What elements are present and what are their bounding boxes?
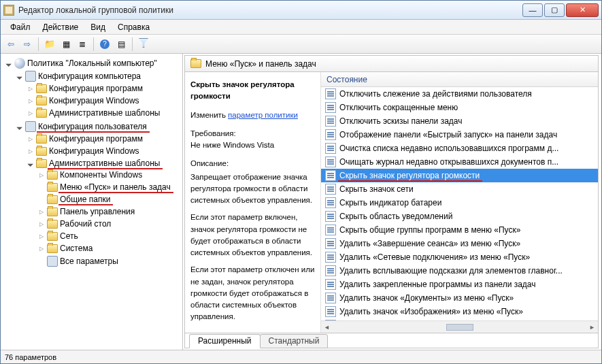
tree-item[interactable]: Все параметры [36, 255, 182, 267]
tree-label: Конфигурация программ [49, 84, 143, 93]
policy-item[interactable]: Удалить «Завершение сеанса» из меню «Пус… [321, 237, 598, 250]
expand-icon[interactable] [27, 97, 34, 105]
policy-item[interactable]: Очищать журнал недавно открывавшихся док… [321, 155, 598, 169]
view-list-button[interactable] [75, 37, 90, 52]
tree-user-configuration[interactable]: Конфигурация пользователя [14, 120, 182, 133]
policy-item-label: Удалить значок «Документы» из меню «Пуск… [339, 293, 514, 303]
title-bar: Редактор локальной групповой политики ― … [1, 1, 601, 20]
tree-item[interactable]: Конфигурация программ [25, 133, 182, 144]
tree-item[interactable]: Панель управления [36, 206, 182, 217]
properties-button[interactable] [114, 37, 129, 52]
policy-item[interactable]: Скрыть значок регулятора громкости [321, 169, 598, 182]
tree-label: Общие папки [60, 195, 110, 204]
edit-policy-link[interactable]: параметр политики [228, 111, 298, 119]
policy-item[interactable]: Очистка списка недавно использовавшихся … [321, 142, 598, 155]
up-button[interactable] [42, 37, 57, 52]
policy-icon [325, 184, 336, 195]
expand-icon[interactable] [37, 171, 45, 179]
policy-icon [14, 58, 25, 69]
horizontal-scrollbar[interactable] [321, 320, 598, 333]
expand-icon[interactable] [27, 160, 34, 167]
tab-standard[interactable]: Стандартный [260, 334, 329, 348]
policy-item[interactable]: Скрыть значок сети [321, 182, 598, 196]
policy-icon [325, 279, 336, 290]
close-button[interactable]: ✕ [566, 3, 599, 17]
policy-item[interactable]: Удалить значок «Изображения» из меню «Пу… [321, 305, 598, 318]
folder-icon [47, 232, 58, 241]
policy-item[interactable]: Отключить эскизы панели задач [321, 114, 598, 128]
tree-root[interactable]: Политика "Локальный компьютер" [3, 57, 182, 69]
policy-item-label: Очистка списка недавно использовавшихся … [339, 144, 558, 153]
panel-title: Меню «Пуск» и панель задач [205, 59, 316, 69]
expand-icon[interactable] [27, 148, 34, 155]
back-button[interactable] [3, 37, 18, 52]
toolbar-separator [38, 37, 39, 51]
policy-icon [325, 116, 336, 127]
tree-item[interactable]: Общие папки [36, 194, 182, 205]
tree-item[interactable]: Сеть [36, 231, 182, 242]
toolbar-separator [93, 37, 94, 51]
expand-icon[interactable] [16, 73, 23, 80]
tree-item[interactable]: Рабочий стол [36, 218, 182, 229]
filter-button[interactable] [136, 37, 151, 52]
expand-icon[interactable] [27, 135, 34, 143]
expand-icon[interactable] [27, 110, 34, 117]
menu-action[interactable]: Действие [37, 21, 84, 33]
tree-item[interactable]: Конфигурация Windows [25, 146, 182, 156]
expand-icon[interactable] [37, 220, 45, 228]
policy-item[interactable]: Скрыть общие группы программ в меню «Пус… [321, 223, 598, 237]
policy-item-label: Скрыть общие группы программ в меню «Пус… [339, 225, 520, 235]
policy-item[interactable]: Отключить слежение за действиями пользов… [321, 87, 598, 101]
view-tree-button[interactable] [58, 37, 73, 52]
tree-admin-templates[interactable]: Административные шаблоны [25, 158, 182, 169]
menu-view[interactable]: Вид [85, 21, 111, 33]
maximize-button[interactable]: ▢ [544, 3, 565, 17]
main-split: Политика "Локальный компьютер" Конфигура… [1, 54, 601, 350]
tree-item[interactable]: Система [36, 243, 182, 254]
policy-icon [325, 197, 336, 208]
policy-item[interactable]: Удалить «Сетевые подключения» из меню «П… [321, 250, 598, 264]
tree-item[interactable]: Конфигурация программ [25, 83, 182, 94]
help-button[interactable] [97, 37, 112, 52]
expand-icon[interactable] [16, 123, 23, 131]
window-buttons: ― ▢ ✕ [521, 3, 599, 17]
policy-item[interactable]: Удалить значок «Документы» из меню «Пуск… [321, 291, 598, 305]
menu-help[interactable]: Справка [112, 21, 155, 33]
folder-icon [36, 147, 47, 156]
forward-button[interactable] [20, 37, 35, 52]
expand-icon[interactable] [5, 60, 12, 67]
policy-item[interactable]: Отключить сокращенные меню [321, 101, 598, 114]
expand-icon[interactable] [27, 85, 34, 93]
folder-icon [36, 135, 47, 144]
tree-item[interactable]: Компоненты Windows [36, 169, 182, 180]
status-bar: 76 параметров [1, 350, 601, 363]
expand-icon[interactable] [37, 208, 45, 216]
tree-computer-configuration[interactable]: Конфигурация компьютера [14, 70, 182, 82]
tree-startmenu-taskbar[interactable]: Меню «Пуск» и панель задач [36, 182, 182, 193]
tree-item[interactable]: Конфигурация Windows [25, 95, 182, 106]
description-label: Описание: [190, 158, 315, 169]
policy-item[interactable]: Скрыть индикатор батареи [321, 196, 598, 210]
expand-icon[interactable] [37, 233, 45, 240]
policy-item-label: Удалить «Сетевые подключения» из меню «П… [339, 252, 530, 262]
tab-extended[interactable]: Расширенный [189, 334, 261, 348]
policy-icon [325, 88, 336, 99]
column-header-state[interactable]: Состояние [321, 72, 598, 87]
policy-item-label: Очищать журнал недавно открывавшихся док… [339, 157, 558, 167]
policy-item[interactable]: Удалить закрепленные программы из панели… [321, 278, 598, 291]
policy-item[interactable]: Удалить всплывающие подсказки для элемен… [321, 264, 598, 278]
description-p3: Если этот параметр отключен или не задан… [190, 264, 315, 322]
menu-file[interactable]: Файл [5, 21, 36, 33]
policy-item[interactable]: Отображение панели «Быстрый запуск» на п… [321, 128, 598, 142]
navigation-tree[interactable]: Политика "Локальный компьютер" Конфигура… [1, 54, 183, 350]
policy-item-label: Удалить «Завершение сеанса» из меню «Пус… [339, 239, 520, 248]
expand-icon[interactable] [37, 245, 45, 252]
policy-icon [325, 102, 336, 113]
policy-icon [325, 306, 336, 317]
folder-icon [47, 171, 58, 180]
policy-list[interactable]: Отключить слежение за действиями пользов… [321, 87, 598, 320]
tree-label: Конфигурация компьютера [38, 71, 141, 81]
policy-item[interactable]: Скрыть область уведомлений [321, 210, 598, 223]
minimize-button[interactable]: ― [522, 3, 543, 17]
tree-item[interactable]: Административные шаблоны [25, 107, 182, 118]
